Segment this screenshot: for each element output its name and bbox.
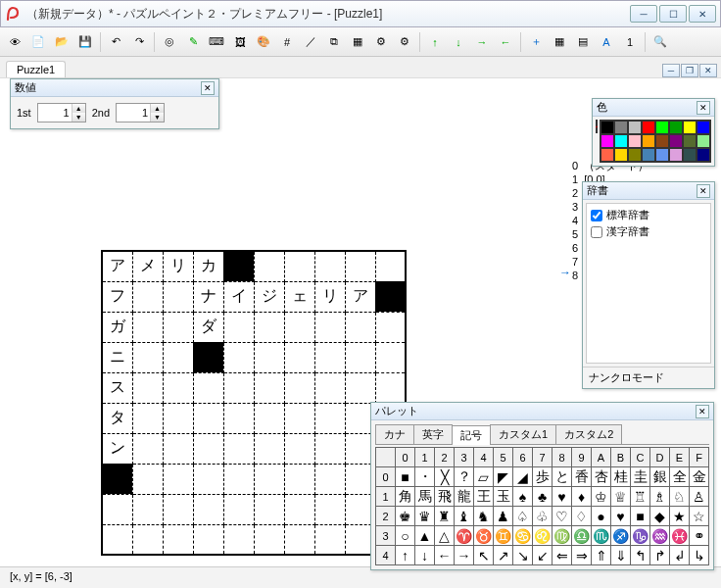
grid-cell[interactable] xyxy=(102,524,132,555)
grid-cell[interactable]: ナ xyxy=(193,281,223,312)
grid-cell[interactable] xyxy=(223,312,254,342)
grid-cell[interactable] xyxy=(284,433,314,464)
color-swatch[interactable] xyxy=(601,121,614,134)
palette-cell[interactable]: ♔ xyxy=(592,487,611,507)
palette-cell[interactable]: と xyxy=(553,467,572,487)
grid-cell[interactable] xyxy=(223,372,254,403)
grid-cell[interactable] xyxy=(163,433,193,464)
grid-icon2-button[interactable]: ▤ xyxy=(572,31,594,53)
palette-cell[interactable]: ♧ xyxy=(533,507,553,526)
palette-cell[interactable]: ⇑ xyxy=(592,546,611,565)
grid-cell[interactable] xyxy=(223,524,254,555)
grid-icon-button[interactable]: ▦ xyxy=(549,31,570,53)
color-swatch[interactable] xyxy=(601,134,614,148)
gear-button[interactable]: ⚙ xyxy=(370,31,392,53)
palette-cell[interactable]: ↰ xyxy=(631,546,650,565)
grid-cell[interactable]: ン xyxy=(102,433,132,464)
grid-cell[interactable] xyxy=(163,403,193,433)
palette-cell[interactable]: 香 xyxy=(572,467,592,487)
palette-cell[interactable]: ♑ xyxy=(631,526,650,546)
grid-cell[interactable] xyxy=(284,494,314,524)
palette-cell[interactable]: ◤ xyxy=(494,467,513,487)
grid-cell[interactable] xyxy=(163,281,193,312)
grid-cell[interactable] xyxy=(223,464,254,494)
arr-down-button[interactable]: ↓ xyxy=(448,31,469,53)
grid-cell[interactable] xyxy=(132,372,163,403)
grid-cell[interactable] xyxy=(132,403,163,433)
grid-cell[interactable] xyxy=(132,433,163,464)
plus-button[interactable]: ＋ xyxy=(525,31,547,53)
palette-cell[interactable]: ♞ xyxy=(474,507,494,526)
document-tab[interactable]: Puzzle1 xyxy=(6,61,66,77)
grid-cell[interactable] xyxy=(284,251,314,281)
palette-cell[interactable]: ╳ xyxy=(435,467,455,487)
grid-cell[interactable]: ア xyxy=(102,251,132,281)
palette-cell[interactable]: ♓ xyxy=(670,526,690,546)
palette-cell[interactable]: 王 xyxy=(474,487,494,507)
palette-cell[interactable]: ・ xyxy=(415,467,435,487)
color-swatch[interactable] xyxy=(669,121,683,134)
palette-cell[interactable]: ▱ xyxy=(474,467,494,487)
grid-cell[interactable] xyxy=(314,251,345,281)
palette-tab[interactable]: カスタム2 xyxy=(555,424,622,444)
palette-cell[interactable]: ♕ xyxy=(611,487,631,507)
grid-cell[interactable] xyxy=(314,524,345,555)
color-swatch[interactable] xyxy=(614,148,628,162)
grid-cell[interactable] xyxy=(163,342,193,372)
gear2-button[interactable]: ⚙ xyxy=(394,31,415,53)
palette-cell[interactable]: ♒ xyxy=(650,526,670,546)
grid-cell-black[interactable] xyxy=(223,251,254,281)
palette-cell[interactable]: ☆ xyxy=(690,507,709,526)
palette-cell[interactable]: ◢ xyxy=(513,467,533,487)
color-swatch[interactable] xyxy=(601,148,614,162)
grid-cell[interactable]: ジ xyxy=(254,281,284,312)
dictionary-panel-close-icon[interactable]: ✕ xyxy=(697,184,710,198)
grid-cell[interactable] xyxy=(284,312,314,342)
palette-cell[interactable]: ♦ xyxy=(572,487,592,507)
grid-cell[interactable] xyxy=(254,372,284,403)
grid-cell[interactable] xyxy=(375,342,406,372)
grid-cell[interactable]: タ xyxy=(102,403,132,433)
palette-cell[interactable]: ↑ xyxy=(396,546,415,565)
grid-cell[interactable]: ガ xyxy=(102,312,132,342)
color-panel-close-icon[interactable]: ✕ xyxy=(697,101,710,115)
color-swatch[interactable] xyxy=(697,134,710,148)
grid-cell[interactable] xyxy=(314,433,345,464)
mdi-minimize-button[interactable]: ─ xyxy=(662,64,680,77)
grid-cell[interactable] xyxy=(314,342,345,372)
palette-cell[interactable]: ■ xyxy=(631,507,650,526)
text-a-button[interactable]: A xyxy=(596,31,617,53)
palette-tab[interactable]: 英字 xyxy=(413,424,453,444)
palette-cell[interactable]: 銀 xyxy=(650,467,670,487)
palette-cell[interactable]: ♙ xyxy=(690,487,709,507)
grid-cell[interactable] xyxy=(163,494,193,524)
open-button[interactable]: 📂 xyxy=(51,31,72,53)
pencil-button[interactable]: ✎ xyxy=(182,31,204,53)
palette-cell[interactable]: 飛 xyxy=(435,487,455,507)
grid-cell[interactable] xyxy=(223,494,254,524)
copy-button[interactable]: ⧉ xyxy=(323,31,345,53)
palette-cell[interactable]: 角 xyxy=(396,487,415,507)
grid-cell[interactable] xyxy=(132,494,163,524)
palette-cell[interactable]: ○ xyxy=(396,526,415,546)
palette-cell[interactable]: ← xyxy=(435,546,455,565)
grid-cell[interactable] xyxy=(193,494,223,524)
palette-cell[interactable]: ♤ xyxy=(513,507,533,526)
grid-cell[interactable] xyxy=(314,312,345,342)
grid-cell[interactable]: ニ xyxy=(102,342,132,372)
palette-cell[interactable]: ↲ xyxy=(670,546,690,565)
color-swatch[interactable] xyxy=(614,121,628,134)
grid-cell[interactable]: イ xyxy=(223,281,254,312)
grid-cell[interactable] xyxy=(163,464,193,494)
palette-cell[interactable]: ⇐ xyxy=(553,546,572,565)
grid-cell[interactable] xyxy=(345,251,375,281)
mdi-restore-button[interactable]: ❐ xyxy=(681,64,698,77)
palette-cell[interactable]: ↳ xyxy=(690,546,709,565)
second-input[interactable] xyxy=(117,104,150,122)
palette-cell[interactable]: 全 xyxy=(670,467,690,487)
mdi-close-button[interactable]: ✕ xyxy=(699,64,717,77)
palette-cell[interactable]: ♜ xyxy=(435,507,455,526)
grid-cell[interactable] xyxy=(254,464,284,494)
palette-cell[interactable]: ♡ xyxy=(553,507,572,526)
grid-cell[interactable]: ス xyxy=(102,372,132,403)
